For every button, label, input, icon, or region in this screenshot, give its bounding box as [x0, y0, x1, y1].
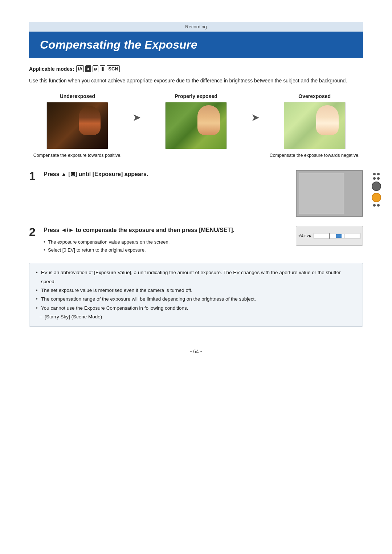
- step2-bullet-1: The exposure compensation value appears …: [44, 238, 287, 246]
- underexposed-label: Underexposed: [60, 93, 95, 99]
- mode-icon-scn: SCN: [107, 65, 119, 72]
- underexposed-caption: Compensate the exposure towards positive…: [33, 152, 122, 159]
- dot1: [373, 173, 376, 175]
- step1-image: [290, 170, 363, 217]
- mid-dots: [373, 177, 380, 180]
- tick5: [352, 234, 352, 238]
- demo-overexposed: Overexposed Compensate the exposure towa…: [266, 93, 363, 159]
- exposure-meter: +⅓ EV▶: [296, 226, 363, 246]
- top-dots: [373, 173, 380, 175]
- mode-icon-ia: iA: [76, 65, 84, 72]
- mode-icon-slash: ⌀: [93, 65, 98, 72]
- note-3: The compensation range of the exposure w…: [36, 295, 356, 304]
- note-4: You cannot use the Exposure Compensation…: [36, 304, 356, 313]
- mode-icons-group: iA ● ⌀ ▮ SCN: [76, 65, 119, 72]
- dot3: [373, 177, 376, 180]
- camera-mockup: [296, 170, 363, 217]
- overexposed-image: [284, 102, 346, 149]
- step1-number: 1: [29, 170, 40, 183]
- underexposed-image: [46, 102, 108, 149]
- overexposed-label: Overexposed: [298, 93, 331, 99]
- demo-proper: Properly exposed: [148, 93, 245, 149]
- tick2: [322, 234, 322, 238]
- left-arrow-icon: ➤: [251, 111, 260, 123]
- tick6: [359, 234, 359, 238]
- step1-content: Press ▲ [⊠] until [Exposure] appears.: [44, 170, 287, 179]
- mode-icon-camera: ●: [85, 65, 91, 72]
- applicable-modes-label: Applicable modes:: [29, 66, 74, 72]
- note-2: The set exposure value is memorised even…: [36, 286, 356, 295]
- highlighted-button: [372, 193, 381, 202]
- applicable-modes: Applicable modes: iA ● ⌀ ▮ SCN: [29, 65, 363, 72]
- overexposed-caption: Compensate the exposure towards negative…: [270, 152, 360, 159]
- exposure-demos: Underexposed Compensate the exposure tow…: [29, 93, 363, 159]
- step2-content: Press ◄/► to compensate the exposure and…: [44, 226, 287, 254]
- tick1: [315, 234, 315, 238]
- notes-box: EV is an abbreviation of [Exposure Value…: [29, 263, 363, 327]
- step2-image: +⅓ EV▶: [290, 226, 363, 246]
- step1-row: 1 Press ▲ [⊠] until [Exposure] appears.: [29, 170, 363, 217]
- tick4: [344, 234, 344, 238]
- note-1: EV is an abbreviation of [Exposure Value…: [36, 268, 356, 286]
- meter-bar: [314, 233, 360, 239]
- note-5: [Starry Sky] (Scene Mode): [36, 313, 356, 321]
- step2-bullet-2: Select [0 EV] to return to the original …: [44, 246, 287, 254]
- page-number: - 64 -: [29, 349, 363, 354]
- dot6: [377, 204, 380, 207]
- demo-underexposed: Underexposed Compensate the exposure tow…: [29, 93, 126, 159]
- dot5: [373, 204, 376, 207]
- title-bar: Compensating the Exposure: [29, 32, 363, 58]
- meter-fill: [336, 234, 342, 238]
- step2-row: 2 Press ◄/► to compensate the exposure a…: [29, 226, 363, 254]
- dot2: [377, 173, 380, 175]
- step1-instruction: Press ▲ [⊠] until [Exposure] appears.: [44, 170, 287, 179]
- mode-icon-scene: ▮: [100, 65, 105, 72]
- proper-label: Properly exposed: [175, 93, 217, 99]
- circle-button: [372, 182, 381, 191]
- camera-controls: [372, 173, 381, 207]
- proper-image: [165, 102, 227, 149]
- arrow-right: ➤: [126, 93, 148, 123]
- tick-center: [329, 233, 330, 239]
- screen-display: [299, 173, 344, 214]
- camera-screen: [296, 170, 363, 217]
- ev-label: +⅓ EV▶: [298, 234, 311, 238]
- description-text: Use this function when you cannot achiev…: [29, 77, 363, 85]
- dot4: [377, 177, 380, 180]
- step2-instruction: Press ◄/► to compensate the exposure and…: [44, 226, 287, 235]
- arrow-left: ➤: [244, 93, 266, 123]
- right-arrow-icon: ➤: [132, 111, 141, 123]
- page-title: Compensating the Exposure: [40, 38, 352, 52]
- step2-number: 2: [29, 226, 40, 239]
- step2-bullets: The exposure compensation value appears …: [44, 238, 287, 254]
- section-label: Recording: [29, 22, 363, 32]
- bot-dots: [373, 204, 380, 207]
